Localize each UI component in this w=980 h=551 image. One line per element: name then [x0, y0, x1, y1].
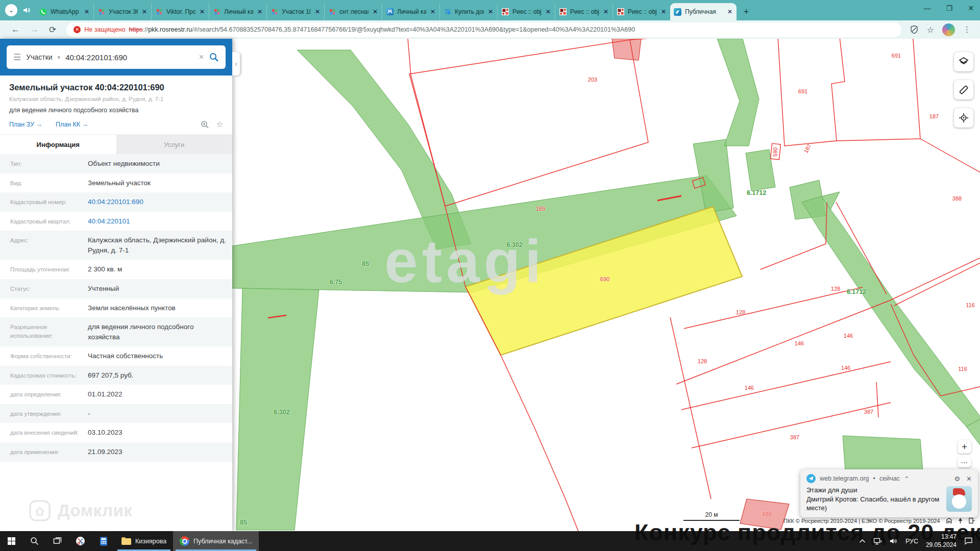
- browser-tab[interactable]: Личный ка✕: [209, 3, 266, 20]
- map-parcel-label[interactable]: 691: [798, 88, 807, 94]
- browser-tab[interactable]: снт лесная✕: [324, 3, 382, 20]
- browser-tab[interactable]: Риес :: obje✕: [612, 3, 670, 20]
- map-parcel-label[interactable]: 189: [536, 206, 545, 212]
- map-parcel-label[interactable]: 116: [966, 302, 975, 308]
- info-row-value[interactable]: 40:04:220101: [88, 216, 227, 227]
- map-parcel-label[interactable]: 6.1712: [747, 189, 766, 196]
- map-parcel-label[interactable]: 6.1712: [847, 288, 866, 295]
- plan-zu-link[interactable]: План ЗУ →: [9, 121, 42, 128]
- tab-close-button[interactable]: ✕: [603, 8, 609, 15]
- browser-tab[interactable]: Риес :: obje✕: [555, 3, 612, 20]
- map-parcel-label[interactable]: 387: [790, 434, 799, 440]
- global-media-speaker-icon[interactable]: [22, 6, 31, 14]
- snipping-tool-button[interactable]: [69, 531, 92, 551]
- search-input[interactable]: ☰ Участки ▾ 40:04:220101:690 ×: [7, 45, 226, 69]
- zoom-in-button[interactable]: +: [958, 440, 971, 454]
- map-parcel-label[interactable]: 691: [892, 53, 901, 59]
- search-category-select[interactable]: Участки: [26, 53, 52, 61]
- map-parcel-label[interactable]: 146: [844, 333, 853, 339]
- plan-kk-link[interactable]: План КК →: [56, 121, 88, 128]
- map-parcel-label[interactable]: 128: [831, 286, 840, 292]
- language-indicator[interactable]: РУС: [905, 538, 918, 545]
- tab-close-button[interactable]: ✕: [660, 8, 667, 15]
- notification-settings-icon[interactable]: ⚙: [954, 475, 960, 483]
- reload-button[interactable]: ⟳: [44, 24, 61, 35]
- tab-close-button[interactable]: ✕: [141, 8, 148, 15]
- chevron-down-icon[interactable]: ▾: [58, 54, 61, 61]
- taskbar-app-chrome[interactable]: Публичная кадаст...: [173, 531, 259, 551]
- measure-tool-button[interactable]: [954, 80, 973, 99]
- task-view-button[interactable]: [46, 531, 69, 551]
- browser-tab[interactable]: Риес :: obje✕: [497, 3, 555, 20]
- action-center-icon[interactable]: [964, 537, 973, 545]
- notification-close-icon[interactable]: ✕: [966, 475, 972, 483]
- zoom-to-object-icon[interactable]: [201, 120, 209, 129]
- map-parcel-label[interactable]: 146: [745, 385, 754, 391]
- tray-expand-icon[interactable]: [859, 539, 866, 543]
- sidebar-collapse-button[interactable]: ‹: [232, 52, 240, 76]
- map-parcel-label[interactable]: 388: [952, 195, 962, 202]
- browser-tab[interactable]: Участок 36✕: [93, 3, 151, 20]
- tab-close-button[interactable]: ✕: [430, 8, 436, 15]
- profile-avatar[interactable]: [942, 23, 955, 36]
- locate-tool-button[interactable]: [954, 108, 973, 128]
- volume-icon[interactable]: [890, 538, 898, 544]
- tab-close-button[interactable]: ✕: [372, 8, 378, 15]
- map-parcel-label[interactable]: 387: [864, 409, 873, 415]
- tab-close-button[interactable]: ✕: [84, 8, 90, 15]
- map-parcel-label[interactable]: 203: [588, 77, 597, 83]
- map-parcel-label[interactable]: 690: [600, 276, 609, 282]
- map-parcel-label[interactable]: 146: [841, 365, 850, 371]
- taskbar-app-folder[interactable]: Кизиярова: [115, 531, 173, 551]
- tab-search-button[interactable]: ⌄: [5, 4, 17, 16]
- tab-close-button[interactable]: ✕: [487, 8, 494, 15]
- map-parcel-label[interactable]: 116: [958, 366, 967, 372]
- browser-tab[interactable]: Личный ка✕: [382, 3, 439, 20]
- address-bar[interactable]: ✕ Не защищено https://pkk.rosreestr.ru/#…: [66, 22, 901, 37]
- collapse-chevron-icon[interactable]: ⌃: [904, 475, 909, 483]
- browser-menu-icon[interactable]: ⋮: [963, 25, 971, 34]
- tab-close-button[interactable]: ✕: [199, 8, 205, 15]
- map-parcel-label[interactable]: 85: [240, 519, 247, 526]
- tab-services[interactable]: Услуги: [116, 135, 233, 154]
- browser-tab[interactable]: Купить дом✕: [439, 3, 497, 20]
- security-badge[interactable]: Не защищено: [84, 26, 125, 33]
- telegram-notification[interactable]: web.telegram.org • сейчас ⌃ ⚙ ✕ Этажи дл…: [800, 469, 978, 517]
- calculator-button[interactable]: [92, 531, 115, 551]
- map-parcel-label[interactable]: 689: [763, 511, 772, 517]
- network-icon[interactable]: [873, 538, 882, 545]
- map-parcel-label[interactable]: 146: [795, 340, 804, 346]
- taskbar-clock[interactable]: 13:47 29.05.2024: [926, 533, 957, 549]
- bookmark-star-icon[interactable]: ☆: [927, 25, 934, 35]
- tab-close-button[interactable]: ✕: [257, 8, 263, 15]
- window-minimize-button[interactable]: —: [924, 4, 931, 12]
- tab-information[interactable]: Информация: [0, 135, 116, 154]
- map-parcel-label[interactable]: 6.75: [330, 279, 342, 286]
- cadastral-map[interactable]: etagi 2031896.302856.756906.302856916911…: [232, 39, 980, 531]
- map-parcel-label[interactable]: 128: [698, 358, 707, 364]
- browser-tab[interactable]: Viktor. Про✕: [151, 3, 209, 20]
- browser-tab[interactable]: WhatsApp✕: [36, 3, 93, 20]
- adblock-shield-icon[interactable]: [910, 25, 919, 34]
- menu-icon[interactable]: ☰: [13, 52, 21, 63]
- browser-tab[interactable]: Участок 10✕: [266, 3, 324, 20]
- search-value[interactable]: 40:04:220101:690: [65, 53, 194, 62]
- new-tab-button[interactable]: +: [739, 4, 754, 19]
- start-button[interactable]: [0, 531, 23, 551]
- info-row-value[interactable]: 40:04:220101:690: [88, 197, 227, 207]
- tab-close-button[interactable]: ✕: [545, 8, 551, 15]
- clear-search-icon[interactable]: ×: [199, 53, 204, 62]
- map-parcel-label[interactable]: 590: [772, 147, 778, 157]
- search-icon[interactable]: [209, 52, 219, 62]
- layers-tool-button[interactable]: [954, 52, 973, 71]
- map-parcel-label[interactable]: 187: [929, 113, 939, 119]
- favorite-star-icon[interactable]: ☆: [216, 120, 223, 129]
- taskbar-search-button[interactable]: [23, 531, 46, 551]
- map-parcel-label[interactable]: 6.302: [506, 241, 522, 248]
- map-parcel-label[interactable]: 128: [736, 309, 745, 315]
- map-parcel-label[interactable]: 85: [362, 260, 369, 267]
- window-maximize-button[interactable]: ❐: [946, 4, 953, 12]
- map-more-button[interactable]: ⋯: [958, 458, 971, 467]
- map-parcel-label[interactable]: 6.302: [274, 409, 289, 416]
- forward-button[interactable]: →: [25, 24, 44, 35]
